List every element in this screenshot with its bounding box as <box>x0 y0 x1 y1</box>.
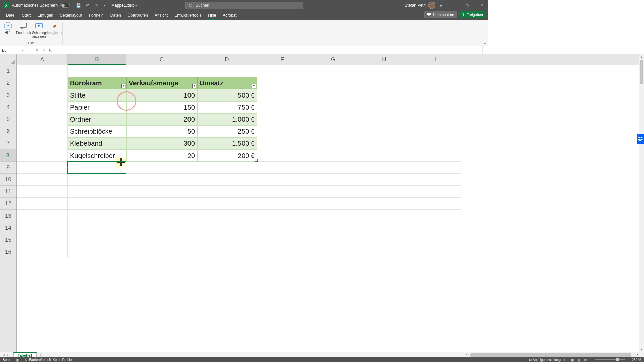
row-header-8[interactable]: 8 <box>0 149 16 162</box>
cell[interactable] <box>359 113 410 125</box>
cell[interactable] <box>308 162 359 174</box>
tab-seitenlayout[interactable]: Seitenlayout <box>57 11 86 20</box>
row-header-2[interactable]: 2 <box>0 77 16 89</box>
cell[interactable] <box>197 210 257 222</box>
cell[interactable] <box>68 210 126 222</box>
cell[interactable]: 50 <box>126 125 197 137</box>
cell[interactable] <box>257 222 308 234</box>
row-header-16[interactable]: 16 <box>0 246 16 258</box>
help-button[interactable]: ? Hilfe <box>1 21 15 39</box>
confirm-formula-icon[interactable]: ✓ <box>41 48 46 52</box>
cell[interactable] <box>257 246 308 258</box>
undo-icon[interactable]: ↶ <box>85 3 90 8</box>
cell[interactable] <box>17 149 68 162</box>
cell[interactable] <box>359 149 410 162</box>
row-header-15[interactable]: 15 <box>0 234 16 246</box>
cell[interactable] <box>68 246 126 258</box>
row-header-5[interactable]: 5 <box>0 113 16 125</box>
cell[interactable] <box>308 113 359 125</box>
cell[interactable]: 1.500 € <box>197 137 257 149</box>
cell[interactable] <box>257 125 308 137</box>
cell[interactable] <box>17 246 68 258</box>
toggle-switch-icon[interactable] <box>60 3 70 8</box>
filter-dropdown-icon[interactable]: ▼ <box>192 84 196 88</box>
cell[interactable] <box>17 222 68 234</box>
cell[interactable] <box>359 89 410 101</box>
user-account[interactable]: Stefan Petri <box>405 2 435 9</box>
cell[interactable] <box>17 162 68 174</box>
cell[interactable] <box>308 101 359 113</box>
cell[interactable] <box>257 77 308 89</box>
cell[interactable] <box>68 234 126 246</box>
cell[interactable] <box>197 222 257 234</box>
cell[interactable] <box>410 174 461 186</box>
column-header-D[interactable]: D <box>197 54 257 65</box>
save-icon[interactable]: 💾 <box>76 3 81 8</box>
cell[interactable] <box>257 65 308 77</box>
cell[interactable] <box>257 186 308 198</box>
tab-ansicht[interactable]: Ansicht <box>151 11 171 20</box>
cell[interactable]: Verkaufsmenge▼ <box>126 77 197 89</box>
ribbon-collapse-button[interactable]: ⌄ <box>484 41 486 45</box>
cell[interactable]: Ordner <box>68 113 126 125</box>
row-header-6[interactable]: 6 <box>0 125 16 137</box>
cell[interactable] <box>410 125 461 137</box>
cell[interactable] <box>17 137 68 149</box>
cells-area[interactable]: Bürokram▼Verkaufsmenge▼Umsatz▼Stifte1005… <box>17 65 488 274</box>
cell[interactable] <box>126 210 197 222</box>
cell[interactable]: 200 € <box>197 149 257 162</box>
cell[interactable] <box>308 125 359 137</box>
filter-dropdown-icon[interactable]: ▼ <box>252 84 256 88</box>
filename-label[interactable]: Mappe1.xlsx <box>111 3 137 8</box>
cell[interactable] <box>197 246 257 258</box>
row-header-11[interactable]: 11 <box>0 186 16 198</box>
cell[interactable]: 300 <box>126 137 197 149</box>
close-button[interactable]: ✕ <box>476 0 487 11</box>
training-button[interactable]: Schulung anzeigen <box>32 21 46 39</box>
cell[interactable] <box>410 89 461 101</box>
cell[interactable] <box>257 234 308 246</box>
cell[interactable] <box>359 222 410 234</box>
cell[interactable] <box>410 198 461 210</box>
cell[interactable] <box>68 65 126 77</box>
cell[interactable]: 250 € <box>197 125 257 137</box>
column-header-A[interactable]: A <box>17 54 68 65</box>
cell[interactable] <box>17 77 68 89</box>
row-header-12[interactable]: 12 <box>0 198 16 210</box>
select-all-corner[interactable] <box>0 54 17 65</box>
cell[interactable] <box>126 234 197 246</box>
cell[interactable] <box>17 101 68 113</box>
cell[interactable] <box>359 162 410 174</box>
cell[interactable] <box>257 149 308 162</box>
cell[interactable] <box>17 113 68 125</box>
cell[interactable] <box>68 222 126 234</box>
cell[interactable] <box>410 186 461 198</box>
cell[interactable] <box>308 149 359 162</box>
cell[interactable]: 150 <box>126 101 197 113</box>
cell[interactable] <box>17 125 68 137</box>
cell[interactable] <box>68 162 126 174</box>
cell[interactable] <box>410 246 461 258</box>
cell[interactable] <box>410 137 461 149</box>
cell[interactable] <box>308 89 359 101</box>
cell[interactable]: Stifte <box>68 89 126 101</box>
row-header-10[interactable]: 10 <box>0 174 16 186</box>
cell[interactable] <box>126 246 197 258</box>
cell[interactable] <box>359 125 410 137</box>
cell[interactable] <box>257 198 308 210</box>
cell[interactable] <box>410 234 461 246</box>
cell[interactable] <box>308 210 359 222</box>
cell[interactable] <box>126 198 197 210</box>
redo-icon[interactable]: ↷ <box>93 3 99 8</box>
cell[interactable] <box>359 246 410 258</box>
cell[interactable] <box>126 65 197 77</box>
cell[interactable] <box>257 89 308 101</box>
column-header-I[interactable]: I <box>410 54 461 65</box>
cell[interactable] <box>126 222 197 234</box>
cell[interactable] <box>197 174 257 186</box>
cell[interactable] <box>17 174 68 186</box>
cell[interactable] <box>257 210 308 222</box>
cell[interactable] <box>410 222 461 234</box>
formula-input[interactable] <box>55 46 482 54</box>
cell[interactable] <box>17 186 68 198</box>
